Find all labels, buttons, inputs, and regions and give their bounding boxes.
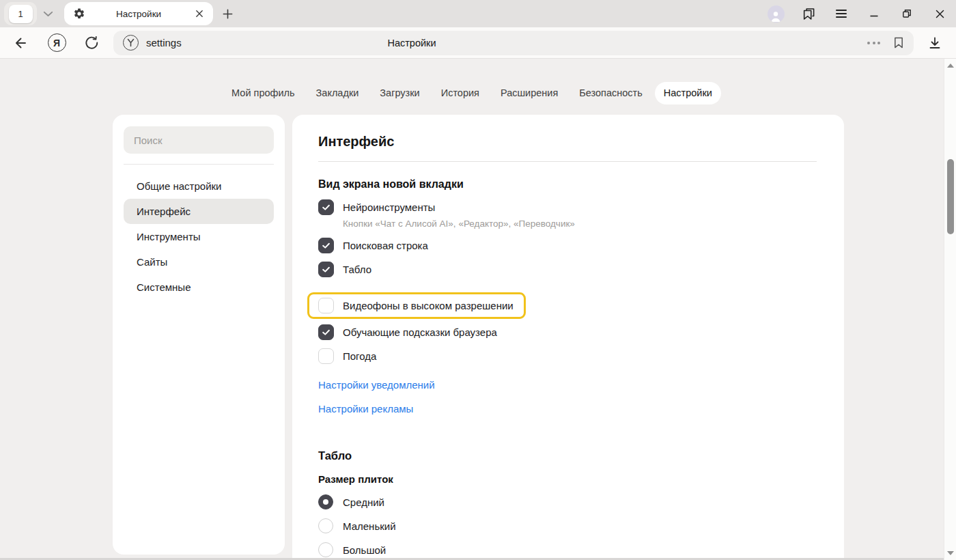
- settings-page: Мой профиль Закладки Загрузки История Ра…: [0, 59, 944, 560]
- radio-row-small[interactable]: Маленький: [318, 518, 817, 533]
- gear-icon: [73, 8, 85, 20]
- checkbox-row-weather[interactable]: Погода: [318, 348, 817, 364]
- sidebar-item-system[interactable]: Системные: [124, 275, 274, 300]
- checkbox[interactable]: [318, 262, 334, 277]
- checkbox[interactable]: [318, 348, 334, 364]
- bookmarks-panel-icon[interactable]: [799, 4, 818, 23]
- nav-tab-security[interactable]: Безопасность: [570, 82, 651, 104]
- nav-tab-settings[interactable]: Настройки: [655, 82, 721, 104]
- checkbox-label: Погода: [343, 350, 376, 362]
- restore-button[interactable]: [897, 4, 916, 23]
- checkbox-label: Табло: [343, 264, 371, 275]
- ads-settings-link[interactable]: Настройки рекламы: [318, 403, 413, 415]
- checkbox[interactable]: [318, 199, 334, 215]
- address-bar[interactable]: settings Настройки: [113, 31, 914, 55]
- sidebar-item-tools[interactable]: Инструменты: [124, 224, 274, 249]
- checkbox[interactable]: [318, 298, 334, 313]
- settings-page-favicon-icon: [123, 35, 139, 51]
- scroll-up-icon[interactable]: [947, 64, 954, 68]
- tab-close-icon[interactable]: [192, 6, 207, 21]
- panel-divider: [318, 161, 817, 162]
- interface-settings-panel: Интерфейс Вид экрана новой вкладки Нейро…: [292, 115, 844, 560]
- sidebar-nav: Общие настройки Интерфейс Инструменты Са…: [124, 173, 274, 300]
- section-tableau-title: Табло: [318, 449, 817, 462]
- radio-row-medium[interactable]: Средний: [318, 494, 817, 509]
- page-title: Настройки: [354, 38, 470, 48]
- new-tab-button[interactable]: [218, 4, 237, 23]
- sidebar-search[interactable]: [124, 126, 274, 154]
- nav-tab-bookmarks[interactable]: Закладки: [307, 82, 368, 104]
- checkbox-row-video-backgrounds[interactable]: Видеофоны в высоком разрешении: [307, 292, 526, 319]
- url-text[interactable]: settings: [146, 37, 182, 48]
- close-button[interactable]: [930, 4, 949, 23]
- tab-count: 1: [9, 5, 33, 23]
- back-icon[interactable]: [10, 33, 30, 53]
- tab-list-chevron-icon[interactable]: [43, 11, 53, 17]
- avatar-person-icon: [768, 5, 785, 23]
- bookmark-flag-icon[interactable]: [893, 36, 904, 49]
- downloads-icon[interactable]: [925, 33, 945, 53]
- checkbox[interactable]: [318, 324, 334, 340]
- panel-title: Интерфейс: [318, 132, 817, 150]
- checkbox-label: Нейроинструменты: [343, 201, 435, 213]
- checkbox[interactable]: [318, 238, 334, 253]
- radio-button[interactable]: [318, 542, 333, 557]
- settings-sidebar: Общие настройки Интерфейс Инструменты Са…: [113, 115, 285, 555]
- settings-layout: Общие настройки Интерфейс Инструменты Са…: [0, 115, 944, 560]
- radio-button[interactable]: [318, 494, 333, 509]
- minimize-button[interactable]: [864, 4, 884, 23]
- nav-tab-history[interactable]: История: [432, 82, 488, 104]
- notifications-settings-link[interactable]: Настройки уведомлений: [318, 379, 435, 391]
- scroll-down-icon[interactable]: [947, 551, 954, 555]
- nav-tab-profile[interactable]: Мой профиль: [223, 82, 303, 104]
- radio-group-tile-size: Средний Маленький Большой: [318, 494, 817, 557]
- sidebar-item-sites[interactable]: Сайты: [124, 249, 274, 275]
- yandex-logo-glyph: Я: [53, 38, 60, 48]
- checkbox-row-search-bar[interactable]: Поисковая строка: [318, 238, 817, 253]
- settings-top-nav: Мой профиль Закладки Загрузки История Ра…: [0, 82, 944, 104]
- checkbox-row-browser-tips[interactable]: Обучающие подсказки браузера: [318, 324, 817, 340]
- radio-button[interactable]: [318, 518, 333, 533]
- sidebar-item-general[interactable]: Общие настройки: [124, 173, 274, 199]
- sidebar-divider: [124, 164, 274, 165]
- browser-toolbar: Я settings Настройки: [0, 27, 956, 59]
- active-tab[interactable]: Настройки: [64, 2, 213, 25]
- checkbox-description: Кнопки «Чат с Алисой AI», «Редактор», «П…: [343, 219, 817, 229]
- browser-window: 1 Настройки: [0, 0, 956, 560]
- tab-counter-button[interactable]: 1: [4, 2, 37, 25]
- checkbox-label: Поисковая строка: [343, 240, 428, 251]
- browser-tab-bar: 1 Настройки: [0, 0, 956, 27]
- profile-avatar[interactable]: [766, 4, 785, 23]
- checkbox-label: Обучающие подсказки браузера: [343, 326, 497, 338]
- radio-label: Маленький: [343, 520, 396, 532]
- settings-links: Настройки уведомлений Настройки рекламы: [318, 367, 817, 415]
- search-input[interactable]: [125, 126, 272, 154]
- scrollbar-thumb[interactable]: [947, 159, 954, 234]
- tile-size-title: Размер плиток: [318, 473, 817, 486]
- menu-icon[interactable]: [832, 4, 851, 23]
- checkbox-row-neurotools[interactable]: Нейроинструменты: [318, 199, 817, 215]
- nav-tab-extensions[interactable]: Расширения: [492, 82, 567, 104]
- tab-title: Настройки: [85, 9, 192, 19]
- radio-label: Средний: [343, 496, 384, 508]
- page-scrollbar[interactable]: [944, 59, 956, 560]
- more-actions-icon[interactable]: [866, 39, 882, 47]
- sidebar-item-interface[interactable]: Интерфейс: [124, 199, 274, 224]
- yandex-logo-icon[interactable]: Я: [46, 33, 67, 53]
- hamburger-lines: [836, 10, 847, 18]
- checkbox-row-tableau[interactable]: Табло: [318, 262, 817, 277]
- section-new-tab-view-title: Вид экрана новой вкладки: [318, 178, 817, 191]
- radio-label: Большой: [343, 544, 386, 556]
- nav-tab-downloads[interactable]: Загрузки: [371, 82, 428, 104]
- radio-row-large[interactable]: Большой: [318, 542, 817, 557]
- checkbox-group: Нейроинструменты Кнопки «Чат с Алисой AI…: [318, 199, 817, 364]
- checkbox-label: Видеофоны в высоком разрешении: [343, 300, 514, 311]
- refresh-icon[interactable]: [81, 33, 101, 53]
